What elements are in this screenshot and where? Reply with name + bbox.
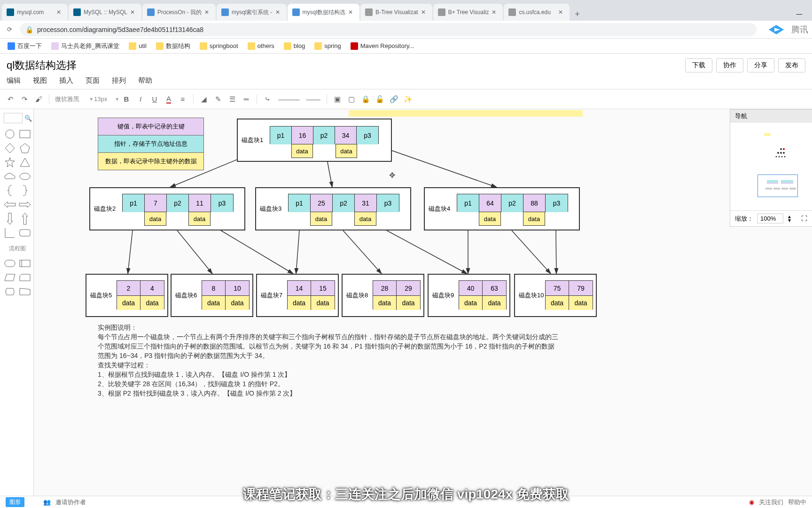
shape-arrow-right[interactable] [19,199,31,210]
close-icon[interactable]: ✕ [348,9,355,16]
disk-block-8[interactable]: 磁盘块8 2829 datadata [342,274,424,317]
diagram-canvas[interactable]: 键值，即表中记录的主键 指针，存储子节点地址信息 数据，即表记录中除主键外的数据… [34,109,812,508]
link-icon[interactable]: 🔗 [387,93,400,106]
tab-mysql-index[interactable]: mysql索引系统 -✕ [217,4,287,21]
disk-block-1[interactable]: 磁盘块1 p1 16 p2 34 p3 data data [237,119,392,162]
magic-icon[interactable]: ✨ [401,93,414,106]
close-icon[interactable]: ✕ [421,9,428,16]
shape-arrow-up[interactable] [19,214,31,224]
fullscreen-icon[interactable]: ⛶ [801,215,807,222]
bookmark-datastructure[interactable]: 数据结构 [152,40,194,52]
category-flowchart[interactable]: 流程图 [4,242,31,254]
bookmark-util[interactable]: util [125,40,150,52]
fontsize-select[interactable] [94,95,115,103]
tab-btree-visual[interactable]: B-Tree Visualizat✕ [360,4,432,21]
connector-icon[interactable]: ⤷ [261,93,274,106]
bookmark-springboot[interactable]: springboot [196,40,242,52]
line-style-icon[interactable]: ☰ [226,93,239,106]
bold-icon[interactable]: B [120,93,133,106]
close-icon[interactable]: ✕ [492,9,498,16]
disk-block-9[interactable]: 磁盘块9 4063 datadata [428,274,510,317]
redo-icon[interactable]: ↷ [18,93,31,106]
shape-cloud[interactable] [4,171,16,182]
tab-mysql-com[interactable]: mysql.com✕ [2,4,68,21]
shape-rect[interactable] [19,129,31,139]
download-button[interactable]: 下载 [685,58,712,72]
reload-icon[interactable]: ⟳ [4,24,15,35]
stroke-color-icon[interactable]: ✎ [211,93,225,106]
search-icon[interactable]: 🔍 [24,115,32,122]
bookmark-blog[interactable]: blog [280,40,309,52]
shape-data[interactable] [4,272,16,283]
shape-brace-right[interactable] [19,185,31,196]
minimize-icon[interactable]: — [789,7,810,21]
line-dash-icon[interactable]: ——— [275,93,303,106]
bookmark-mashibing[interactable]: 马士兵老师_腾讯课堂 [47,40,123,52]
explanation-text[interactable]: 实例图说明： 每个节点占用一个磁盘块，一个节点上有两个升序排序的关键字和三个指向… [98,323,558,398]
shape-arrow-down[interactable] [4,214,16,224]
shape-arrow-left[interactable] [4,199,16,210]
shape-subprocess[interactable] [19,258,31,269]
legend-box[interactable]: 键值，即表中记录的主键 指针，存储子节点地址信息 数据，即表记录中除主键外的数据 [98,118,204,170]
viewport-indicator[interactable] [757,175,798,197]
shape-circle[interactable] [4,129,16,139]
shape-brace-left[interactable] [4,185,16,196]
navigator-thumbnail[interactable] [730,123,812,210]
bring-front-icon[interactable]: ▣ [331,93,344,106]
document-title[interactable]: ql数据结构选择 [7,58,77,72]
shape-roundrect[interactable] [19,228,31,238]
unlock-icon[interactable]: 🔓 [373,93,386,106]
shape-diamond[interactable] [4,143,16,153]
close-icon[interactable]: ✕ [130,9,137,16]
menu-insert[interactable]: 插入 [59,76,73,85]
underline-icon[interactable]: U [148,93,161,106]
publish-button[interactable]: 发布 [778,58,805,72]
disk-block-4[interactable]: 磁盘块4 p164p288p3 data data [424,187,580,230]
menu-help[interactable]: 帮助 [138,76,152,85]
shape-pentagon[interactable] [19,143,31,153]
disk-block-10[interactable]: 磁盘块10 7579 datadata [514,274,597,317]
fill-color-icon[interactable]: ◢ [197,93,211,106]
shape-display[interactable] [4,286,16,297]
disk-block-6[interactable]: 磁盘块6 810 datadata [171,274,253,317]
undo-icon[interactable]: ↶ [4,93,17,106]
disk-block-5[interactable]: 磁盘块5 24 datadata [86,274,168,317]
menu-view[interactable]: 视图 [33,76,47,85]
collaborate-button[interactable]: 协作 [716,58,743,72]
bookmark-baidu[interactable]: 百度一下 [4,40,46,52]
menu-arrange[interactable]: 排列 [112,76,126,85]
navigator-panel[interactable]: 导航 缩放： 100% ▲▼ ⛶ [730,109,812,227]
new-tab-button[interactable]: + [570,8,584,21]
arrow-style-icon[interactable]: —— [304,93,323,106]
shape-triangle[interactable] [19,157,31,167]
share-button[interactable]: 分享 [747,58,774,72]
selected-cell[interactable]: data [336,144,357,158]
zoom-stepper-icon[interactable]: ▲▼ [787,215,792,222]
align-icon[interactable]: ≡ [176,93,189,106]
menu-page[interactable]: 页面 [86,76,100,85]
disk-block-2[interactable]: 磁盘块2 p17p211p3 data data [89,187,245,230]
shape-process[interactable] [4,258,16,269]
close-icon[interactable]: ✕ [56,9,63,16]
close-icon[interactable]: ✕ [204,9,211,16]
tab-usfca[interactable]: cs.usfca.edu✕ [504,4,570,21]
italic-icon[interactable]: I [134,93,147,106]
tab-processon-my[interactable]: ProcessOn - 我的✕ [142,4,216,21]
shape-card[interactable] [19,272,31,283]
shape-search-input[interactable] [4,113,23,123]
shape-corner[interactable] [4,228,16,238]
zoom-value[interactable]: 100% [757,214,783,223]
menu-edit[interactable]: 编辑 [7,76,21,85]
lock-icon[interactable]: 🔒 [359,93,372,106]
disk-block-7[interactable]: 磁盘块7 1415 datadata [256,274,339,317]
close-icon[interactable]: ✕ [275,9,282,16]
text-color-icon[interactable]: A [162,93,175,106]
bookmark-maven[interactable]: Maven Repository... [347,40,418,52]
bookmark-others[interactable]: others [244,40,278,52]
tab-bplustree[interactable]: B+ Tree Visualiz✕ [433,4,503,21]
line-weight-icon[interactable]: ═ [240,93,253,106]
send-back-icon[interactable]: ▢ [345,93,358,106]
address-bar[interactable]: 🔒 processon.com/diagraming/5d3aee7de4b05… [20,23,757,36]
shape-manual[interactable] [19,286,31,297]
bookmark-spring[interactable]: spring [311,40,344,52]
